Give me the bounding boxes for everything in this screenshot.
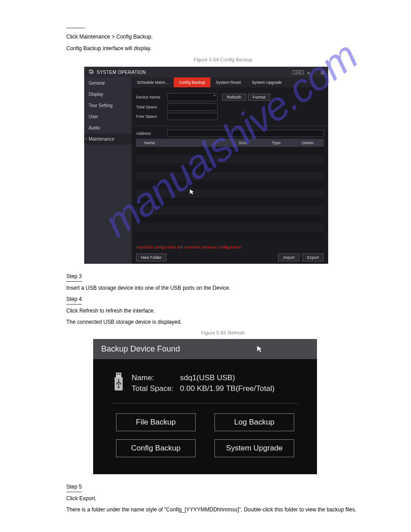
window-titlebar: SYSTEM OPERATION LIVE ▲ ⋮ ▦ (84, 67, 328, 77)
table-row (136, 172, 324, 180)
usb-icon (112, 372, 125, 395)
log-backup-button[interactable]: Log Backup (214, 413, 294, 431)
table-row (136, 206, 324, 215)
figure-64-caption: Figure 5-64 Config Backup (66, 57, 380, 62)
col-size: Size (225, 141, 261, 145)
divider (112, 403, 298, 403)
table-row (136, 215, 324, 223)
warning-text: Imported configuration will overwrite pr… (132, 243, 328, 251)
sidebar-item-display[interactable]: Display (84, 89, 132, 100)
total-space-label: Total Space: (132, 384, 180, 393)
step5-text1: Click Export. (66, 494, 380, 503)
free-space-field (167, 113, 218, 120)
step3-label: Step 3 (66, 272, 82, 282)
address-field[interactable] (167, 130, 324, 137)
name-value: sdq1(USB USB) (180, 373, 235, 382)
table-row (136, 223, 324, 232)
screenshot-backup-device-found: Backup Device Found (93, 339, 317, 474)
step2-text2: Config Backup interface will display. (66, 45, 380, 51)
figure-65-caption: Figure 5-65 Refresh (66, 330, 380, 335)
sidebar: General Display Tour Setting User Audio … (84, 77, 132, 264)
svg-point-7 (118, 386, 120, 388)
table-row (136, 232, 324, 240)
total-space-value: 0.00 KB/1.99 TB(Free/Total) (180, 384, 274, 393)
live-badge: LIVE (292, 70, 304, 74)
file-backup-button[interactable]: File Backup (116, 413, 196, 431)
format-button[interactable]: Format (248, 94, 271, 101)
step2-text1: Click Maintenance > Config Backup. (66, 34, 380, 40)
step5-label: Step 5 (66, 482, 82, 492)
grid-icon[interactable]: ▦ (321, 70, 325, 75)
col-delete: Delete (292, 141, 324, 145)
device-name-label: Device Name (136, 95, 167, 99)
tab-schedule-maint[interactable]: Schedule Maint... (132, 77, 174, 87)
step3-text: Insert a USB storage device into one of … (66, 283, 380, 292)
sidebar-item-audio[interactable]: Audio (84, 122, 132, 133)
new-folder-button[interactable]: New Folder (136, 253, 167, 262)
window-title: SYSTEM OPERATION (97, 70, 146, 75)
table-row (136, 181, 324, 189)
table-row (136, 147, 324, 155)
tab-system-upgrade[interactable]: System Upgrade (246, 77, 287, 87)
step5-text2: There is a folder under the name style o… (66, 505, 380, 514)
table-row (136, 164, 324, 172)
total-space-label: Total Space (136, 105, 167, 109)
table-body (136, 147, 324, 243)
svg-rect-2 (119, 373, 120, 375)
svg-point-4 (118, 379, 120, 380)
dialog-title: Backup Device Found (93, 339, 317, 359)
refresh-button[interactable]: Refresh (222, 94, 246, 101)
tab-strip: Schedule Maint... Config Backup System R… (132, 77, 328, 87)
step2-underline (66, 27, 85, 28)
tab-config-backup[interactable]: Config Backup (174, 77, 211, 87)
system-upgrade-button[interactable]: System Upgrade (214, 439, 294, 457)
free-space-label: Free Space (136, 114, 167, 119)
config-backup-button[interactable]: Config Backup (116, 439, 196, 457)
user-icon[interactable]: ▲ (306, 70, 311, 75)
table-row (136, 198, 324, 206)
table-row (136, 189, 324, 197)
step4-text2: The connected USB storage device is disp… (66, 317, 380, 326)
svg-rect-1 (117, 373, 118, 375)
svg-rect-6 (120, 383, 121, 384)
cursor-icon (257, 345, 263, 356)
sidebar-item-user[interactable]: User (84, 111, 132, 122)
name-label: Name: (132, 373, 180, 382)
col-type: Type (261, 141, 292, 145)
step4-text1: Click Refresh to refresh the interface. (66, 306, 380, 315)
address-label: Address (136, 131, 167, 136)
step4-label: Step 4 (66, 295, 82, 305)
device-name-select[interactable] (167, 93, 218, 101)
col-name: Name (136, 141, 225, 145)
table-header: Name Size Type Delete (136, 139, 324, 147)
sidebar-item-maintenance[interactable]: Maintenance (84, 133, 132, 145)
svg-point-5 (116, 383, 118, 384)
screenshot-config-backup: SYSTEM OPERATION LIVE ▲ ⋮ ▦ General Disp… (84, 67, 328, 264)
gear-icon (88, 69, 94, 76)
total-space-field (167, 103, 218, 111)
import-button[interactable]: Import (278, 253, 300, 262)
table-row (136, 155, 324, 163)
tab-system-reset[interactable]: System Reset (210, 77, 246, 87)
export-button[interactable]: Export (302, 253, 324, 262)
svg-rect-0 (116, 373, 121, 377)
sidebar-item-tour-setting[interactable]: Tour Setting (84, 100, 132, 111)
menu-icon[interactable]: ⋮ (313, 70, 318, 75)
sidebar-item-general[interactable]: General (84, 77, 132, 89)
